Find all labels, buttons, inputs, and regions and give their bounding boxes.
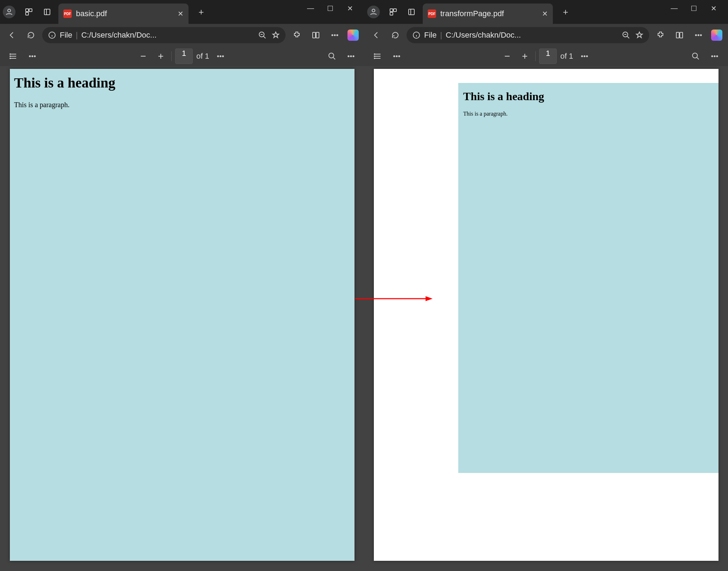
pdf-icon: PDF <box>63 9 72 18</box>
copilot-button[interactable] <box>347 30 359 41</box>
extension-icon <box>656 31 665 39</box>
svg-rect-12 <box>313 32 315 38</box>
close-window-button[interactable]: ✕ <box>345 4 355 13</box>
page-number-input[interactable]: 1 <box>539 48 557 64</box>
svg-point-16 <box>337 34 338 35</box>
person-icon <box>369 8 378 16</box>
tab-actions-icon <box>43 8 51 16</box>
tab-close-button[interactable]: ✕ <box>178 9 184 18</box>
pdf-more-center[interactable] <box>213 48 228 64</box>
svg-rect-4 <box>44 9 50 15</box>
divider <box>171 51 172 61</box>
svg-point-23 <box>29 56 30 57</box>
svg-point-0 <box>8 9 11 12</box>
workspaces-button[interactable] <box>386 5 400 19</box>
zoom-out-icon[interactable] <box>622 31 630 39</box>
pdf-more-center[interactable] <box>577 48 592 64</box>
back-button[interactable] <box>4 27 20 43</box>
svg-point-54 <box>374 54 375 54</box>
svg-point-24 <box>32 56 33 57</box>
more-icon <box>580 52 589 60</box>
url-path: C:/Users/chakn/Doc... <box>81 31 255 40</box>
url-separator: | <box>440 31 442 40</box>
svg-point-58 <box>396 56 397 57</box>
pdf-toolbar: − + 1 of 1 <box>364 46 728 66</box>
more-icon <box>392 52 401 60</box>
more-button[interactable] <box>327 27 343 43</box>
workspaces-button[interactable] <box>22 5 36 19</box>
pdf-viewer[interactable]: This is a heading This is a paragraph. <box>0 66 364 571</box>
workspaces-icon <box>389 8 397 16</box>
profile-button[interactable] <box>3 6 15 18</box>
svg-point-15 <box>334 34 335 35</box>
favorite-icon[interactable] <box>272 31 280 39</box>
more-icon <box>331 31 339 39</box>
pdf-more-left[interactable] <box>389 48 404 64</box>
pdf-page: This is a heading This is a paragraph. <box>374 69 719 561</box>
svg-point-22 <box>10 58 11 59</box>
browser-tab[interactable]: PDF basic.pdf ✕ <box>58 4 189 24</box>
find-button[interactable] <box>324 48 340 64</box>
zoom-out-icon[interactable] <box>258 31 267 39</box>
svg-point-27 <box>220 56 221 57</box>
find-button[interactable] <box>688 48 703 64</box>
maximize-button[interactable]: ☐ <box>689 4 699 13</box>
divider <box>535 51 536 61</box>
titlebar: PDF transformPage.pdf ✕ + — ☐ ✕ <box>364 0 728 24</box>
svg-rect-46 <box>676 32 679 38</box>
contents-button[interactable] <box>6 48 21 64</box>
zoom-out-button[interactable]: − <box>136 51 150 62</box>
refresh-button[interactable] <box>23 27 39 43</box>
svg-rect-36 <box>394 9 396 12</box>
favorite-icon[interactable] <box>635 31 644 39</box>
svg-point-21 <box>10 56 11 57</box>
zoom-out-button[interactable]: − <box>500 51 514 62</box>
close-window-button[interactable]: ✕ <box>708 4 719 13</box>
more-button[interactable] <box>691 27 706 43</box>
svg-point-61 <box>584 56 585 57</box>
maximize-button[interactable]: ☐ <box>325 4 336 13</box>
svg-point-29 <box>329 53 334 58</box>
pdf-settings-button[interactable] <box>707 48 722 64</box>
doc-heading: This is a heading <box>14 74 350 91</box>
url-scheme: File <box>60 31 72 40</box>
tab-actions-button[interactable] <box>40 5 54 19</box>
extensions-button[interactable] <box>289 27 305 43</box>
svg-point-59 <box>398 56 400 57</box>
page-count: of 1 <box>560 52 573 61</box>
split-icon <box>675 31 684 39</box>
pdf-more-left[interactable] <box>25 48 40 64</box>
split-icon <box>312 31 320 39</box>
page-number-input[interactable]: 1 <box>175 48 193 64</box>
pdf-viewer[interactable]: This is a heading This is a paragraph. <box>364 66 728 571</box>
new-tab-button[interactable]: + <box>558 5 573 19</box>
svg-line-10 <box>263 36 266 38</box>
zoom-in-button[interactable]: + <box>154 51 168 62</box>
contents-button[interactable] <box>370 48 385 64</box>
copilot-button[interactable] <box>711 30 722 41</box>
doc-paragraph: This is a paragraph. <box>14 101 350 109</box>
url-box[interactable]: File | C:/Users/chakn/Doc... <box>407 27 649 43</box>
zoom-in-button[interactable]: + <box>518 51 532 62</box>
back-button[interactable] <box>369 27 384 43</box>
svg-point-20 <box>10 54 11 54</box>
tab-close-button[interactable]: ✕ <box>542 9 548 18</box>
svg-point-57 <box>394 56 395 57</box>
refresh-icon <box>27 31 35 39</box>
new-tab-button[interactable]: + <box>194 5 208 19</box>
tab-actions-button[interactable] <box>404 5 419 19</box>
arrow-left-icon <box>372 31 381 39</box>
doc-paragraph: This is a paragraph. <box>463 111 714 117</box>
browser-tab[interactable]: PDF transformPage.pdf ✕ <box>423 4 553 24</box>
refresh-button[interactable] <box>388 27 403 43</box>
profile-button[interactable] <box>367 6 380 18</box>
minimize-button[interactable]: — <box>305 4 316 13</box>
extensions-button[interactable] <box>653 27 668 43</box>
url-box[interactable]: File | C:/Users/chakn/Doc... <box>42 27 286 43</box>
minimize-button[interactable]: — <box>669 4 679 13</box>
pdf-settings-button[interactable] <box>343 48 359 64</box>
split-screen-button[interactable] <box>672 27 687 43</box>
svg-rect-2 <box>29 9 32 12</box>
split-screen-button[interactable] <box>308 27 324 43</box>
svg-point-33 <box>353 56 354 57</box>
